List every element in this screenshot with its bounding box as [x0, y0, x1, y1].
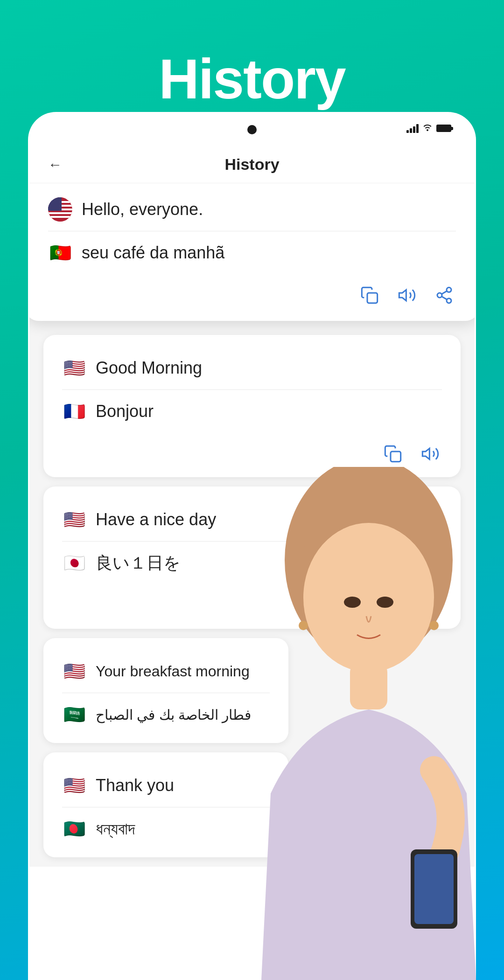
svg-rect-19 — [350, 663, 387, 709]
target-text-3: 良い１日を — [96, 552, 181, 575]
card-actions-2 — [62, 433, 442, 466]
target-row-1: 🇵🇹 seu café da manhã — [48, 231, 456, 270]
svg-point-18 — [303, 523, 434, 672]
person-overlay — [233, 467, 504, 980]
flag-sa-4: 🇸🇦 — [62, 702, 86, 727]
translation-card-1: Hello, everyone. 🇵🇹 seu café da manhã — [29, 183, 475, 321]
flag-us-3: 🇺🇸 — [62, 507, 86, 532]
svg-rect-4 — [48, 212, 72, 214]
svg-point-23 — [377, 597, 393, 608]
copy-button-2[interactable] — [381, 442, 405, 466]
svg-line-13 — [441, 291, 447, 294]
source-text-5: Thank you — [96, 776, 174, 795]
svg-rect-5 — [48, 216, 72, 218]
svg-rect-1 — [48, 201, 72, 203]
wifi-icon — [422, 123, 433, 133]
svg-rect-7 — [367, 293, 378, 303]
svg-rect-14 — [391, 452, 401, 462]
card-actions-1 — [48, 274, 456, 307]
svg-point-22 — [344, 597, 361, 608]
svg-rect-21 — [414, 854, 454, 924]
source-row-1: Hello, everyone. — [48, 193, 456, 226]
status-icons — [406, 123, 451, 133]
app-header: ← History — [29, 146, 475, 183]
flag-us-1 — [48, 197, 72, 222]
flag-us-5: 🇺🇸 — [62, 773, 86, 798]
source-text-4: Your breakfast morning — [96, 663, 250, 680]
svg-rect-2 — [48, 205, 72, 207]
svg-marker-15 — [422, 448, 429, 459]
flag-fr-2: 🇫🇷 — [62, 399, 86, 424]
svg-marker-8 — [399, 290, 406, 300]
svg-point-25 — [429, 621, 439, 630]
source-text-1: Hello, everyone. — [82, 200, 203, 219]
flag-jp-3: 🇯🇵 — [62, 551, 86, 575]
signal-icon — [406, 124, 419, 133]
target-row-2: 🇫🇷 Bonjour — [62, 389, 442, 428]
flag-pt-1: 🇵🇹 — [48, 241, 72, 265]
back-button[interactable]: ← — [48, 157, 62, 173]
target-text-5: ধন্যবাদ — [96, 819, 135, 839]
battery-icon — [436, 125, 451, 132]
copy-button-1[interactable] — [358, 284, 381, 307]
share-button-1[interactable] — [433, 284, 456, 307]
svg-point-10 — [437, 293, 442, 298]
header-title: History — [224, 155, 279, 174]
status-bar — [29, 113, 475, 146]
target-text-1: seu café da manhã — [82, 243, 224, 263]
source-text-2: Good Morning — [96, 358, 202, 378]
camera-notch — [247, 125, 257, 134]
target-text-2: Bonjour — [96, 402, 154, 421]
svg-point-11 — [447, 299, 451, 303]
svg-point-9 — [447, 287, 451, 292]
flag-us-2: 🇺🇸 — [62, 356, 86, 380]
flag-us-4: 🇺🇸 — [62, 659, 86, 683]
target-text-4: فطار الخاصة بك في الصباح — [96, 707, 251, 723]
svg-rect-3 — [48, 209, 72, 210]
svg-point-24 — [299, 621, 308, 630]
flag-bd-5: 🇧🇩 — [62, 817, 86, 841]
source-text-3: Have a nice day — [96, 510, 216, 529]
sound-button-2[interactable] — [419, 442, 442, 466]
svg-line-12 — [441, 297, 447, 300]
sound-button-1[interactable] — [395, 284, 419, 307]
page-title: History — [0, 0, 504, 111]
source-row-2: 🇺🇸 Good Morning — [62, 351, 442, 385]
translation-card-2: 🇺🇸 Good Morning 🇫🇷 Bonjour — [43, 335, 461, 477]
